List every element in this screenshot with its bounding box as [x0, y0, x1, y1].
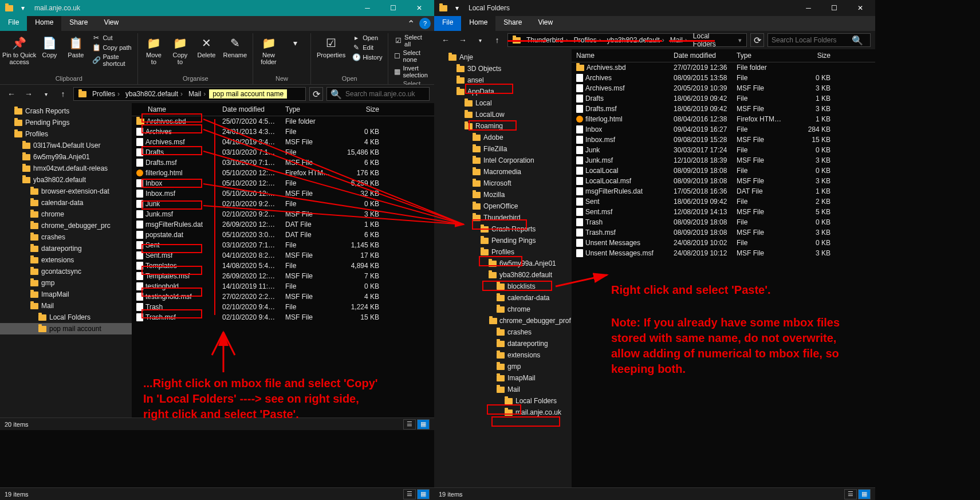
- table-row[interactable]: Junk30/03/2017 17:24File0 KB: [572, 145, 875, 155]
- refresh-button[interactable]: ⟳: [309, 87, 323, 101]
- recent-button[interactable]: ▾: [473, 33, 487, 47]
- tree-item[interactable]: ImapMail: [434, 372, 572, 384]
- table-row[interactable]: Sent.msf12/08/2019 14:13MSF File5 KB: [572, 207, 875, 217]
- col-date[interactable]: Date modified: [218, 103, 281, 116]
- col-size[interactable]: Size: [338, 103, 384, 116]
- maximize-button[interactable]: ☐: [821, 0, 847, 16]
- tree-item[interactable]: pop mail account: [0, 323, 132, 334]
- tree-item[interactable]: Local: [434, 97, 572, 109]
- close-button[interactable]: ✕: [847, 0, 873, 16]
- crumb-mail[interactable]: Mail›: [186, 90, 208, 98]
- tree-item[interactable]: Local Folders: [434, 395, 572, 407]
- table-row[interactable]: Unsent Messages.msf24/08/2019 10:12MSF F…: [572, 248, 875, 258]
- nav-tree[interactable]: Anje3D ObjectsanselAppDataLocalLocalLowR…: [434, 49, 572, 487]
- paste-button[interactable]: 📋Paste: [64, 33, 88, 60]
- tree-item[interactable]: OpenOffice: [434, 200, 572, 212]
- tree-item[interactable]: FileZilla: [434, 143, 572, 155]
- tree-item[interactable]: gcontactsync: [0, 266, 132, 277]
- table-row[interactable]: Inbox.msf05/10/2020 12:41 ...MSF File32 …: [132, 188, 434, 199]
- table-row[interactable]: Inbox.msf09/08/2019 15:28MSF File15 KB: [572, 135, 875, 145]
- tree-item[interactable]: 6w5my99a.Anje01: [0, 151, 132, 163]
- forward-button[interactable]: →: [456, 33, 470, 47]
- chevron-down-icon[interactable]: ▾: [452, 3, 462, 13]
- tree-item[interactable]: crashes: [0, 231, 132, 243]
- back-button[interactable]: ←: [439, 33, 452, 47]
- copy-path-button[interactable]: 📋Copy path: [90, 43, 134, 52]
- tree-item[interactable]: browser-extension-dat: [0, 186, 132, 197]
- table-row[interactable]: filterlog.html05/10/2020 12:35 ...Firefo…: [132, 168, 434, 178]
- table-row[interactable]: Trash08/09/2019 18:08File0 KB: [572, 217, 875, 227]
- forward-button[interactable]: →: [22, 87, 36, 101]
- select-none-button[interactable]: ☐Select none: [392, 49, 431, 64]
- close-button[interactable]: ✕: [406, 0, 432, 16]
- table-row[interactable]: Drafts.msf03/10/2020 7:14 PMMSF File6 KB: [132, 158, 434, 168]
- col-type[interactable]: Type: [732, 49, 789, 62]
- crumb-dropdown[interactable]: ▾: [738, 37, 744, 44]
- select-all-button[interactable]: ☑Select all: [392, 33, 431, 48]
- tree-item[interactable]: 3D Objects: [434, 63, 572, 74]
- edit-button[interactable]: ✎Edit: [350, 43, 384, 52]
- tree-item[interactable]: datareporting: [434, 338, 572, 349]
- history-button[interactable]: 🕐History: [350, 53, 384, 62]
- tree-item[interactable]: Profiles: [434, 246, 572, 258]
- details-view-button[interactable]: ☰: [844, 489, 857, 499]
- tree-item[interactable]: Anje: [434, 52, 572, 63]
- recent-button[interactable]: ▾: [39, 87, 53, 101]
- pin-quick-access-button[interactable]: 📌Pin to Quick access: [3, 33, 35, 66]
- icons-view-button[interactable]: ▦: [858, 489, 871, 499]
- minimize-button[interactable]: ─: [796, 0, 821, 16]
- search-box[interactable]: 🔍: [326, 87, 430, 101]
- up-button[interactable]: ↑: [490, 33, 504, 47]
- tree-item[interactable]: ImapMail: [0, 289, 132, 300]
- tree-item[interactable]: Roaming: [434, 120, 572, 132]
- tree-item[interactable]: datareporting: [0, 243, 132, 254]
- tree-item[interactable]: calendar-data: [434, 292, 572, 304]
- tree-item[interactable]: crashes: [434, 326, 572, 338]
- table-row[interactable]: LocalLocal08/09/2019 18:08File0 KB: [572, 166, 875, 176]
- table-row[interactable]: testinghold.msf27/02/2020 2:29 PMMSF Fil…: [132, 292, 434, 302]
- tree-item[interactable]: blocklists: [434, 281, 572, 292]
- table-row[interactable]: Archives08/09/2015 13:58File0 KB: [572, 73, 875, 83]
- table-row[interactable]: Trash02/10/2020 9:46 AMFile1,224 KB: [132, 302, 434, 312]
- search-input[interactable]: [345, 90, 426, 98]
- table-row[interactable]: Drafts03/10/2020 7:14 PMFile15,486 KB: [132, 147, 434, 158]
- tree-item[interactable]: Pending Pings: [434, 235, 572, 246]
- chevron-down-icon[interactable]: ▾: [18, 3, 27, 13]
- titlebar[interactable]: ▾ Local Folders ─ ☐ ✕: [434, 0, 875, 16]
- tree-item[interactable]: Thunderbird: [434, 212, 572, 223]
- tree-item[interactable]: extensions: [0, 254, 132, 266]
- table-row[interactable]: Sent03/10/2020 7:14 PMFile1,145 KB: [132, 240, 434, 250]
- tree-item[interactable]: Microsoft: [434, 178, 572, 189]
- tree-item[interactable]: chrome_debugger_prof: [434, 315, 572, 326]
- tree-item[interactable]: Pending Pings: [0, 117, 132, 128]
- rename-button[interactable]: ✎Rename: [221, 33, 249, 60]
- table-row[interactable]: msgFilterRules.dat26/09/2020 12:35 ...DA…: [132, 219, 434, 230]
- tree-item[interactable]: AppData: [434, 86, 572, 97]
- table-row[interactable]: Sent18/06/2019 09:42File2 KB: [572, 196, 875, 207]
- tree-item[interactable]: chrome: [0, 208, 132, 220]
- move-to-button[interactable]: 📁Move to: [141, 33, 166, 66]
- delete-button[interactable]: ✕Delete: [194, 33, 218, 60]
- table-row[interactable]: Templates14/08/2020 5:40 PMFile4,894 KB: [132, 261, 434, 271]
- open-button[interactable]: ▸Open: [350, 33, 384, 42]
- tab-home[interactable]: Home: [27, 16, 61, 31]
- tree-item[interactable]: Mail: [434, 384, 572, 395]
- table-row[interactable]: msgFilterRules.dat17/05/2018 16:36DAT Fi…: [572, 186, 875, 196]
- tree-item[interactable]: Mozilla: [434, 189, 572, 200]
- tree-item[interactable]: Mail: [0, 300, 132, 312]
- tree-item[interactable]: ansel: [434, 74, 572, 86]
- tree-item[interactable]: Adobe: [434, 132, 572, 143]
- tree-item[interactable]: extensions: [434, 349, 572, 361]
- cut-button[interactable]: ✂Cut: [90, 33, 134, 42]
- crumb-profiles[interactable]: Profiles›: [90, 90, 122, 98]
- col-type[interactable]: Type: [281, 103, 338, 116]
- tree-item[interactable]: calendar-data: [0, 197, 132, 208]
- table-row[interactable]: testinghold14/10/2019 11:59 ...File0 KB: [132, 281, 434, 292]
- col-size[interactable]: Size: [789, 49, 835, 62]
- col-name[interactable]: Name: [572, 49, 669, 62]
- table-row[interactable]: Archives.msf04/10/2019 3:42 PMMSF File4 …: [132, 137, 434, 147]
- table-row[interactable]: Archives.sbd25/07/2020 4:55 PMFile folde…: [132, 116, 434, 127]
- table-row[interactable]: Archives24/01/2013 4:35 PMFile0 KB: [132, 127, 434, 137]
- minimize-button[interactable]: ─: [355, 0, 380, 16]
- tree-item[interactable]: Macromedia: [434, 166, 572, 178]
